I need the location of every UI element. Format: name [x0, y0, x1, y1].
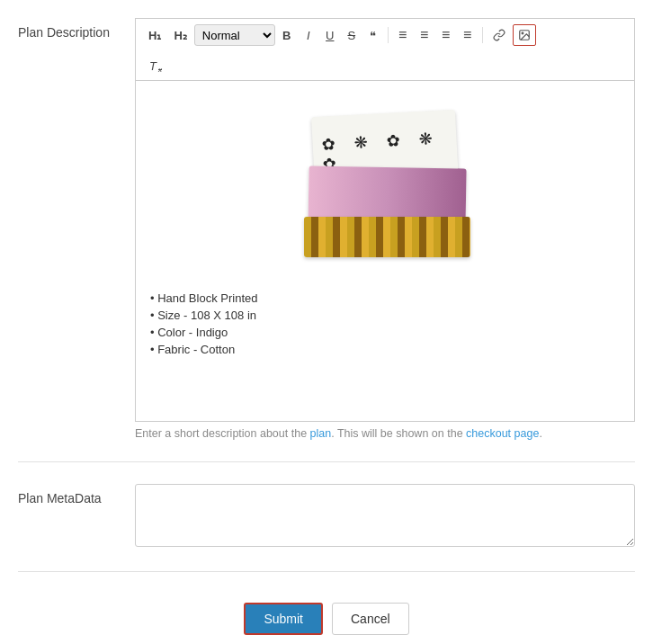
plan-description-label: Plan Description — [18, 18, 135, 40]
underline-button[interactable]: U — [320, 24, 340, 46]
image-button[interactable] — [513, 24, 536, 46]
bullet-list: Hand Block Printed Size - 108 X 108 in C… — [150, 290, 620, 358]
clear-format-button[interactable]: Tx — [143, 55, 163, 76]
list-item-4: Fabric - Cotton — [150, 341, 620, 358]
form-container: Plan Description H₁ H₂ Normal Heading 1 … — [0, 0, 653, 644]
list-item-1: Hand Block Printed — [150, 290, 620, 307]
h2-button[interactable]: H₂ — [168, 24, 192, 46]
metadata-content — [135, 484, 635, 550]
list-item-2: Size - 108 X 108 in — [150, 307, 620, 324]
separator-1 — [388, 27, 389, 43]
list-item-3: Color - Indigo — [150, 324, 620, 341]
fabric-bottom-layer — [304, 217, 470, 257]
metadata-textarea[interactable] — [135, 484, 635, 547]
italic-button[interactable]: I — [299, 24, 318, 46]
format-select[interactable]: Normal Heading 1 Heading 2 Heading 3 — [194, 24, 275, 46]
buttons-row: Submit Cancel — [18, 594, 635, 635]
hint-plan-link[interactable]: plan — [310, 427, 332, 440]
editor-content-area[interactable]: Hand Block Printed Size - 108 X 108 in C… — [135, 80, 635, 422]
editor-image-container — [150, 95, 620, 275]
submit-button[interactable]: Submit — [244, 603, 323, 635]
svg-point-1 — [522, 32, 523, 34]
link-button[interactable] — [488, 24, 511, 46]
ordered-list-button[interactable]: ≡ — [393, 24, 413, 46]
fabric-image — [295, 95, 475, 275]
h1-button[interactable]: H₁ — [143, 24, 166, 46]
editor-toolbar-row2: Tx — [135, 51, 635, 80]
plan-description-row: Plan Description H₁ H₂ Normal Heading 1 … — [18, 18, 635, 462]
hint-text: Enter a short description about the plan… — [135, 427, 635, 440]
editor-wrapper: H₁ H₂ Normal Heading 1 Heading 2 Heading… — [135, 18, 635, 440]
plan-metadata-label: Plan MetaData — [18, 484, 135, 505]
indent-decrease-button[interactable]: ≡ — [436, 24, 456, 46]
unordered-list-button[interactable]: ≡ — [415, 24, 434, 46]
plan-metadata-row: Plan MetaData — [18, 484, 635, 572]
indent-increase-button[interactable]: ≡ — [458, 24, 478, 46]
quote-button[interactable]: ❝ — [363, 24, 383, 46]
editor-toolbar: H₁ H₂ Normal Heading 1 Heading 2 Heading… — [135, 18, 635, 51]
cancel-button[interactable]: Cancel — [332, 603, 409, 635]
strikethrough-button[interactable]: S — [342, 24, 362, 46]
hint-checkout-link[interactable]: checkout page — [466, 427, 539, 440]
bold-button[interactable]: B — [277, 24, 297, 46]
separator-2 — [482, 27, 483, 43]
